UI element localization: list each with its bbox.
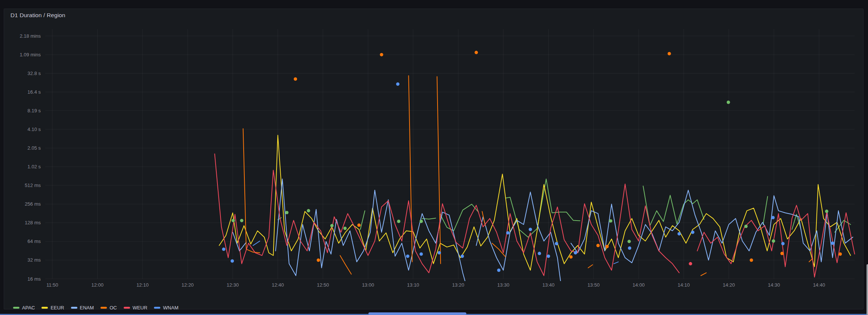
data-point — [668, 52, 671, 55]
y-tick-label: 512 ms — [25, 183, 41, 188]
x-tick-label: 12:20 — [182, 282, 194, 288]
series-line — [243, 129, 260, 253]
legend-label: EEUR — [50, 305, 64, 311]
series-line — [409, 76, 413, 262]
vertical-scrollbar-thumb[interactable] — [867, 264, 868, 315]
y-tick-label: 16 ms — [28, 276, 41, 282]
data-point — [538, 252, 541, 255]
legend-item-wnam[interactable]: WNAM — [154, 305, 178, 311]
y-tick-label: 8.19 s — [28, 108, 41, 113]
series-line — [643, 186, 704, 226]
data-point — [420, 220, 423, 223]
x-tick-label: 12:40 — [272, 282, 284, 288]
series-line — [253, 241, 260, 246]
data-point — [772, 239, 775, 243]
x-tick-label: 13:30 — [497, 282, 510, 288]
horizontal-scrollbar-thumb[interactable] — [368, 312, 466, 315]
x-tick-label: 13:40 — [542, 282, 555, 288]
data-point — [397, 220, 401, 223]
data-point — [285, 211, 288, 214]
data-point — [475, 51, 478, 54]
x-tick-label: 13:50 — [587, 282, 600, 288]
legend-item-oc[interactable]: OC — [101, 305, 117, 311]
legend-label: OC — [109, 305, 117, 311]
y-tick-label: 1.02 s — [28, 164, 41, 169]
x-tick-label: 13:20 — [452, 282, 464, 288]
data-point — [547, 255, 550, 258]
data-point — [569, 255, 573, 259]
d1-duration-panel: D1 Duration / Region 2.18 mins1.09 mins3… — [4, 9, 864, 309]
data-point — [357, 224, 361, 227]
data-point — [744, 225, 748, 228]
legend-item-weur[interactable]: WEUR — [124, 305, 148, 311]
data-point — [330, 224, 334, 227]
x-tick-label: 11:50 — [46, 282, 58, 288]
data-point — [396, 82, 399, 86]
data-point — [438, 251, 441, 255]
legend-item-enam[interactable]: ENAM — [71, 305, 94, 311]
data-point — [461, 255, 464, 258]
x-tick-label: 14:30 — [768, 282, 780, 288]
series-line — [215, 154, 679, 275]
series-line — [219, 135, 851, 270]
data-point — [780, 252, 784, 255]
y-tick-label: 1.09 mins — [20, 52, 41, 57]
data-point — [317, 259, 320, 262]
x-tick-label: 12:30 — [227, 282, 239, 288]
x-tick-label: 14:20 — [723, 282, 735, 288]
y-axis-labels: 2.18 mins1.09 mins32.8 s16.4 s8.19 s4.10… — [20, 33, 41, 282]
data-point — [781, 242, 785, 245]
legend-label: ENAM — [80, 305, 94, 311]
legend-swatch-weur — [124, 307, 130, 309]
series-points-apac — [232, 101, 828, 243]
y-tick-label: 2.05 s — [28, 145, 41, 151]
y-tick-label: 16.4 s — [28, 89, 41, 95]
data-point — [555, 242, 558, 245]
data-point — [596, 244, 600, 247]
duration-region-chart[interactable]: 2.18 mins1.09 mins32.8 s16.4 s8.19 s4.10… — [4, 9, 864, 309]
data-point — [677, 232, 681, 236]
x-tick-label: 12:10 — [136, 282, 149, 288]
data-point — [240, 219, 243, 222]
data-point — [406, 255, 410, 258]
data-point — [420, 252, 423, 256]
data-point — [609, 219, 612, 222]
y-tick-label: 32.8 s — [28, 71, 41, 76]
legend-item-apac[interactable]: APAC — [13, 305, 35, 311]
x-tick-label: 14:40 — [813, 282, 825, 288]
legend-item-eeur[interactable]: EEUR — [41, 305, 64, 311]
data-point — [231, 259, 234, 263]
legend-swatch-apac — [13, 307, 19, 309]
legend-swatch-eeur — [41, 307, 48, 309]
series-line — [440, 204, 479, 231]
series-line — [276, 179, 467, 289]
x-tick-label: 14:10 — [678, 282, 690, 288]
data-point — [574, 251, 577, 255]
series-line — [506, 179, 580, 237]
series-points-oc — [294, 51, 842, 262]
series-weur — [215, 154, 855, 277]
data-point — [771, 216, 775, 219]
data-point — [222, 247, 225, 251]
x-tick-label: 14:00 — [633, 282, 645, 288]
legend-swatch-enam — [71, 307, 77, 309]
y-tick-label: 4.10 s — [28, 127, 41, 132]
series-points-weur — [689, 262, 692, 265]
data-point — [343, 227, 347, 230]
chart-legend: APACEEURENAMOCWEURWNAM — [13, 305, 179, 311]
x-axis-labels: 11:5012:0012:1012:2012:3012:4012:5013:00… — [46, 282, 825, 288]
data-point — [689, 262, 692, 265]
data-point — [727, 101, 730, 104]
data-point — [232, 219, 235, 222]
series-line — [360, 211, 365, 230]
series-line — [614, 262, 618, 264]
data-point — [506, 231, 510, 234]
series-apac — [278, 179, 851, 237]
grid-lines — [45, 29, 855, 279]
data-point — [497, 269, 500, 272]
y-tick-label: 32 ms — [28, 257, 41, 263]
data-point — [294, 77, 297, 81]
series-line — [588, 265, 593, 268]
y-tick-label: 128 ms — [25, 220, 41, 225]
data-point — [750, 259, 753, 262]
